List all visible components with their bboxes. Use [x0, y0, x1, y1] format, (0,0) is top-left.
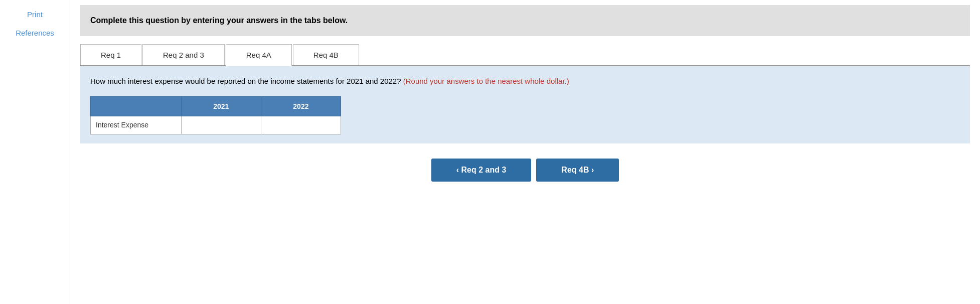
sidebar: Print References [0, 0, 70, 304]
input-cell-2022[interactable] [261, 116, 341, 134]
tab-req1[interactable]: Req 1 [80, 44, 141, 65]
main-content: Complete this question by entering your … [70, 0, 980, 304]
nav-buttons: ‹ Req 2 and 3 Req 4B › [80, 159, 970, 182]
interest-expense-2021-input[interactable] [182, 118, 252, 132]
question-area: How much interest expense would be repor… [80, 66, 970, 143]
instruction-banner: Complete this question by entering your … [80, 5, 970, 36]
prev-button[interactable]: ‹ Req 2 and 3 [431, 159, 532, 182]
round-note: (Round your answers to the nearest whole… [403, 77, 569, 85]
input-cell-2021[interactable] [181, 116, 261, 134]
sidebar-item-print[interactable]: Print [0, 5, 70, 24]
prev-button-label: ‹ Req 2 and 3 [456, 166, 507, 174]
tab-req4a[interactable]: Req 4A [226, 44, 292, 66]
col-header-empty [91, 97, 182, 116]
next-button[interactable]: Req 4B › [536, 159, 619, 182]
instruction-text: Complete this question by entering your … [90, 16, 348, 25]
tab-req4b[interactable]: Req 4B [293, 44, 359, 65]
interest-expense-2022-input[interactable] [261, 118, 332, 132]
tab-req2and3[interactable]: Req 2 and 3 [142, 44, 225, 65]
row-label-interest-expense: Interest Expense [91, 116, 182, 134]
sidebar-item-references[interactable]: References [0, 24, 70, 42]
question-main-text: How much interest expense would be repor… [90, 77, 401, 85]
interest-expense-table: 2021 2022 Interest Expense [90, 96, 341, 134]
references-link[interactable]: References [16, 29, 54, 37]
col-header-2022: 2022 [261, 97, 341, 116]
print-link[interactable]: Print [27, 10, 43, 19]
tabs-container: Req 1 Req 2 and 3 Req 4A Req 4B [80, 44, 970, 66]
col-header-2021: 2021 [181, 97, 261, 116]
table-row: Interest Expense [91, 116, 341, 134]
next-button-label: Req 4B › [561, 166, 594, 174]
